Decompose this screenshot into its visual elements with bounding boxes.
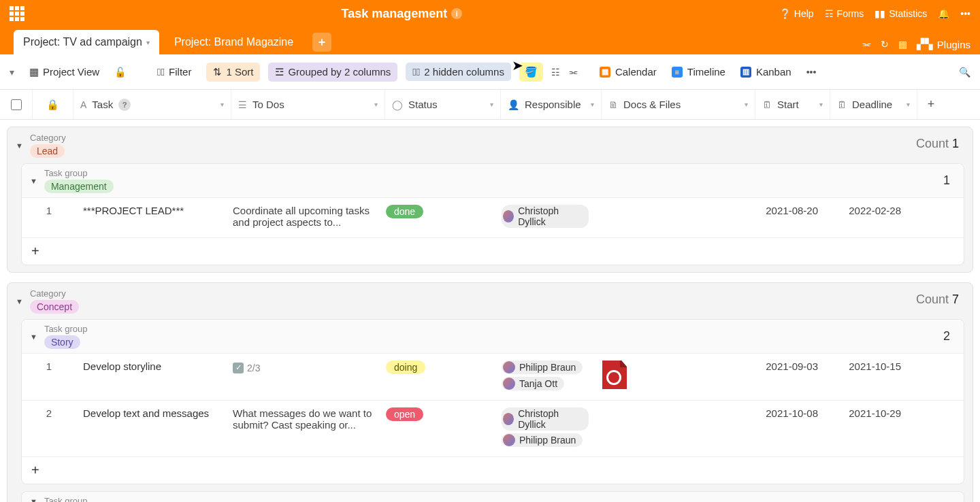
start-cell[interactable]: 2021-09-03	[749, 354, 825, 400]
col-checkbox[interactable]	[0, 90, 33, 119]
person-chip[interactable]: Philipp Braun	[502, 433, 583, 447]
title-info-icon[interactable]: i	[451, 8, 462, 19]
deadline-cell[interactable]: 2021-10-29	[825, 401, 908, 456]
text-icon: A	[80, 99, 86, 110]
pdf-file-icon[interactable]	[602, 361, 627, 389]
hidden-columns-button[interactable]: 👁̸2 hidden columns	[406, 63, 511, 81]
plugins-button[interactable]: ▞▚Plugins	[917, 38, 970, 50]
group-header[interactable]: ▼ Category Lead Count 1	[7, 127, 973, 163]
group-count: Count 7	[916, 292, 959, 307]
chevron-down-icon[interactable]: ▾	[374, 101, 378, 108]
subgroup-header[interactable]: ▼ Task group	[22, 492, 964, 502]
statistics-link[interactable]: ▮▮Statistics	[875, 8, 927, 19]
taskgroup-label: Task group	[44, 324, 88, 334]
subgroup-header[interactable]: ▼ Task group Management 1	[22, 164, 964, 198]
responsible-cell[interactable]: Philipp BraunTanja Ott	[495, 354, 595, 400]
share-icon[interactable]: ⫘	[862, 39, 871, 50]
table-content[interactable]: ▼ Category Lead Count 1 ▼ Task group Man…	[0, 120, 980, 502]
col-docs[interactable]: 🗎Docs & Files▾	[602, 90, 755, 119]
task-help-icon[interactable]: ?	[118, 99, 131, 111]
status-cell[interactable]: doing	[379, 354, 495, 400]
add-row-button[interactable]: +	[22, 457, 964, 484]
task-cell[interactable]: Develop text and messages	[76, 401, 226, 456]
view-caret-icon[interactable]: ▾	[10, 67, 14, 78]
person-chip[interactable]: Tanja Ott	[502, 377, 564, 390]
bell-icon[interactable]: 🔔	[938, 8, 949, 19]
add-row-button[interactable]: +	[22, 238, 964, 265]
table-row[interactable]: 2 Develop text and messages What message…	[22, 401, 964, 457]
sort-button[interactable]: ⇅1 Sort	[206, 63, 260, 82]
filter-button[interactable]: ☰⃕Filter	[150, 63, 198, 81]
responsible-cell[interactable]: Christoph DyllickPhilipp Braun	[495, 401, 595, 456]
more-views-icon[interactable]: •••	[806, 67, 817, 78]
start-cell[interactable]: 2021-08-20	[749, 198, 825, 237]
start-cell[interactable]: 2021-10-08	[749, 401, 825, 456]
history-icon[interactable]: ↻	[881, 39, 889, 50]
row-height-icon[interactable]: ☷	[551, 67, 560, 78]
todo-cell[interactable]: What messages do we want to submit? Cast…	[226, 401, 379, 456]
chevron-down-icon[interactable]: ▾	[146, 39, 150, 46]
chevron-down-icon[interactable]: ▾	[490, 101, 493, 108]
tab[interactable]: Project: TV ad campaign▾	[14, 30, 159, 54]
col-task[interactable]: ATask?▾	[74, 90, 231, 119]
person-chip[interactable]: Christoph Dyllick	[502, 407, 589, 431]
status-cell[interactable]: done	[379, 198, 495, 237]
chevron-down-icon[interactable]: ▾	[819, 101, 823, 108]
col-responsible[interactable]: 👤Responsible▾	[501, 90, 602, 119]
file-icon: 🗎	[608, 99, 618, 110]
responsible-cell[interactable]: Christoph Dyllick	[495, 198, 595, 237]
apps-menu-icon[interactable]	[10, 6, 24, 21]
more-menu-icon[interactable]: •••	[960, 8, 970, 19]
lock-icon[interactable]: 🔓	[114, 67, 126, 78]
kanban-view[interactable]: ▥Kanban	[740, 66, 791, 78]
row-number: 1	[22, 198, 76, 237]
subgroup-header[interactable]: ▼ Task group Story 2	[22, 320, 964, 354]
todo-cell[interactable]: ✓2/3	[226, 354, 379, 400]
docs-cell[interactable]	[595, 354, 749, 400]
col-todos[interactable]: ☰To Dos▾	[231, 90, 385, 119]
select-all-checkbox[interactable]	[11, 99, 22, 110]
docs-cell[interactable]	[595, 401, 749, 456]
chevron-down-icon[interactable]: ▾	[906, 101, 910, 108]
collapse-icon[interactable]: ▼	[30, 333, 37, 341]
chevron-down-icon[interactable]: ▾	[591, 101, 594, 108]
chevron-down-icon[interactable]: ▾	[220, 101, 224, 108]
taskgroup-label: Task group	[44, 496, 88, 502]
status-cell[interactable]: open	[379, 401, 495, 456]
chevron-down-icon[interactable]: ▾	[745, 101, 748, 108]
col-start[interactable]: 🗓Start▾	[755, 90, 830, 119]
export-icon[interactable]: ▦	[898, 39, 907, 50]
table-row[interactable]: 1 Develop storyline ✓2/3 doing Philipp B…	[22, 354, 964, 401]
deadline-cell[interactable]: 2021-10-15	[825, 354, 908, 400]
task-cell[interactable]: Develop storyline	[76, 354, 226, 400]
group-button[interactable]: ☲Grouped by 2 columns	[268, 63, 397, 82]
collapse-icon[interactable]: ▼	[16, 297, 23, 305]
highlight-button[interactable]: 🪣	[519, 63, 543, 82]
search-icon[interactable]: 🔍	[959, 67, 970, 78]
calendar-view[interactable]: ▦Calendar	[600, 66, 657, 78]
collapse-icon[interactable]: ▼	[30, 177, 37, 185]
collapse-icon[interactable]: ▼	[16, 141, 23, 150]
project-view-button[interactable]: ▦Project View	[22, 63, 106, 82]
person-chip[interactable]: Philipp Braun	[502, 361, 583, 374]
add-column-button[interactable]: +	[917, 90, 945, 119]
forms-link[interactable]: ☶Forms	[825, 8, 864, 19]
timeline-view[interactable]: ≡Timeline	[672, 66, 725, 78]
person-chip[interactable]: Christoph Dyllick	[502, 205, 589, 228]
tab[interactable]: Project: Brand Magazine	[165, 30, 303, 54]
add-tab-button[interactable]: +	[312, 33, 331, 52]
circle-icon: ◯	[392, 99, 403, 110]
col-status[interactable]: ◯Status▾	[385, 90, 501, 119]
col-deadline[interactable]: 🗓Deadline▾	[830, 90, 917, 119]
todo-cell[interactable]: Coordinate all upcoming tasks and projec…	[226, 198, 379, 237]
share-view-icon[interactable]: ⫘	[568, 67, 578, 78]
task-cell[interactable]: ***PROJECT LEAD***	[76, 198, 226, 237]
group-header[interactable]: ▼ Category Concept Count 7	[7, 283, 973, 319]
collapse-icon[interactable]: ▼	[30, 497, 37, 503]
help-link[interactable]: ❔Help	[779, 8, 814, 19]
deadline-cell[interactable]: 2022-02-28	[825, 198, 908, 237]
col-start-label: Start	[777, 99, 799, 110]
subgroup-count: 2	[943, 329, 950, 344]
docs-cell[interactable]	[595, 198, 749, 237]
table-row[interactable]: 1 ***PROJECT LEAD*** Coordinate all upco…	[22, 198, 964, 238]
